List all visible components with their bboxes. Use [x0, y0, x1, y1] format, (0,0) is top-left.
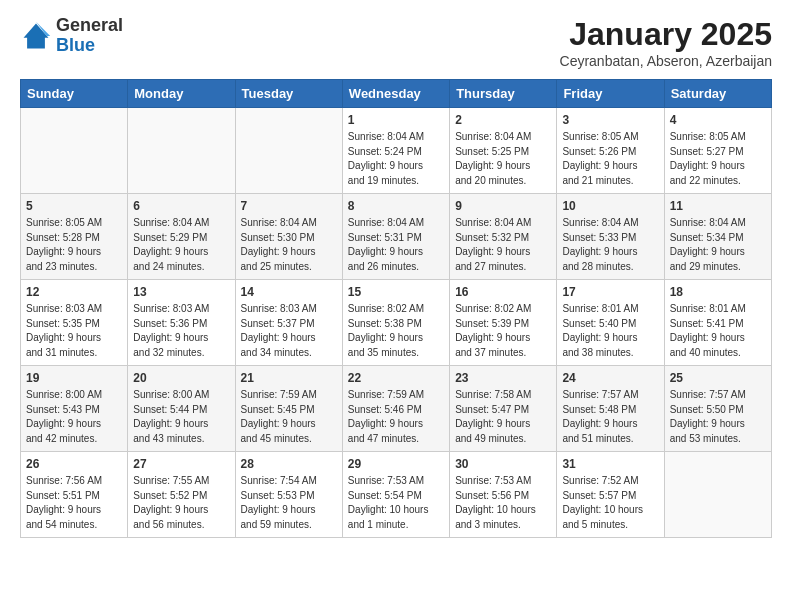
- logo: General Blue: [20, 16, 123, 56]
- day-number: 19: [26, 371, 122, 385]
- calendar-cell: 12Sunrise: 8:03 AM Sunset: 5:35 PM Dayli…: [21, 280, 128, 366]
- day-number: 21: [241, 371, 337, 385]
- calendar: SundayMondayTuesdayWednesdayThursdayFrid…: [20, 79, 772, 538]
- day-info: Sunrise: 8:04 AM Sunset: 5:24 PM Dayligh…: [348, 130, 444, 188]
- day-number: 28: [241, 457, 337, 471]
- day-number: 12: [26, 285, 122, 299]
- day-info: Sunrise: 8:01 AM Sunset: 5:40 PM Dayligh…: [562, 302, 658, 360]
- calendar-cell: 8Sunrise: 8:04 AM Sunset: 5:31 PM Daylig…: [342, 194, 449, 280]
- calendar-cell: 23Sunrise: 7:58 AM Sunset: 5:47 PM Dayli…: [450, 366, 557, 452]
- calendar-cell: 14Sunrise: 8:03 AM Sunset: 5:37 PM Dayli…: [235, 280, 342, 366]
- day-number: 1: [348, 113, 444, 127]
- calendar-cell: 10Sunrise: 8:04 AM Sunset: 5:33 PM Dayli…: [557, 194, 664, 280]
- location: Ceyranbatan, Abseron, Azerbaijan: [560, 53, 772, 69]
- calendar-cell: 7Sunrise: 8:04 AM Sunset: 5:30 PM Daylig…: [235, 194, 342, 280]
- weekday-row: SundayMondayTuesdayWednesdayThursdayFrid…: [21, 80, 772, 108]
- week-row-3: 12Sunrise: 8:03 AM Sunset: 5:35 PM Dayli…: [21, 280, 772, 366]
- day-info: Sunrise: 8:01 AM Sunset: 5:41 PM Dayligh…: [670, 302, 766, 360]
- day-info: Sunrise: 8:00 AM Sunset: 5:44 PM Dayligh…: [133, 388, 229, 446]
- day-number: 31: [562, 457, 658, 471]
- day-info: Sunrise: 7:58 AM Sunset: 5:47 PM Dayligh…: [455, 388, 551, 446]
- calendar-cell: 28Sunrise: 7:54 AM Sunset: 5:53 PM Dayli…: [235, 452, 342, 538]
- calendar-cell: 15Sunrise: 8:02 AM Sunset: 5:38 PM Dayli…: [342, 280, 449, 366]
- day-info: Sunrise: 7:55 AM Sunset: 5:52 PM Dayligh…: [133, 474, 229, 532]
- weekday-header-thursday: Thursday: [450, 80, 557, 108]
- day-number: 3: [562, 113, 658, 127]
- weekday-header-wednesday: Wednesday: [342, 80, 449, 108]
- calendar-cell: 5Sunrise: 8:05 AM Sunset: 5:28 PM Daylig…: [21, 194, 128, 280]
- day-number: 20: [133, 371, 229, 385]
- day-info: Sunrise: 8:03 AM Sunset: 5:37 PM Dayligh…: [241, 302, 337, 360]
- calendar-cell: 25Sunrise: 7:57 AM Sunset: 5:50 PM Dayli…: [664, 366, 771, 452]
- calendar-cell: 6Sunrise: 8:04 AM Sunset: 5:29 PM Daylig…: [128, 194, 235, 280]
- calendar-cell: 21Sunrise: 7:59 AM Sunset: 5:45 PM Dayli…: [235, 366, 342, 452]
- day-number: 30: [455, 457, 551, 471]
- day-info: Sunrise: 8:03 AM Sunset: 5:35 PM Dayligh…: [26, 302, 122, 360]
- calendar-cell: 3Sunrise: 8:05 AM Sunset: 5:26 PM Daylig…: [557, 108, 664, 194]
- day-info: Sunrise: 8:04 AM Sunset: 5:32 PM Dayligh…: [455, 216, 551, 274]
- calendar-cell: 1Sunrise: 8:04 AM Sunset: 5:24 PM Daylig…: [342, 108, 449, 194]
- day-number: 17: [562, 285, 658, 299]
- day-number: 22: [348, 371, 444, 385]
- day-number: 29: [348, 457, 444, 471]
- day-info: Sunrise: 7:57 AM Sunset: 5:50 PM Dayligh…: [670, 388, 766, 446]
- calendar-body: 1Sunrise: 8:04 AM Sunset: 5:24 PM Daylig…: [21, 108, 772, 538]
- day-info: Sunrise: 8:04 AM Sunset: 5:30 PM Dayligh…: [241, 216, 337, 274]
- day-info: Sunrise: 7:54 AM Sunset: 5:53 PM Dayligh…: [241, 474, 337, 532]
- calendar-cell: 17Sunrise: 8:01 AM Sunset: 5:40 PM Dayli…: [557, 280, 664, 366]
- calendar-cell: 20Sunrise: 8:00 AM Sunset: 5:44 PM Dayli…: [128, 366, 235, 452]
- day-info: Sunrise: 8:04 AM Sunset: 5:33 PM Dayligh…: [562, 216, 658, 274]
- calendar-cell: 24Sunrise: 7:57 AM Sunset: 5:48 PM Dayli…: [557, 366, 664, 452]
- weekday-header-tuesday: Tuesday: [235, 80, 342, 108]
- calendar-cell: 4Sunrise: 8:05 AM Sunset: 5:27 PM Daylig…: [664, 108, 771, 194]
- logo-blue: Blue: [56, 36, 123, 56]
- day-info: Sunrise: 8:02 AM Sunset: 5:38 PM Dayligh…: [348, 302, 444, 360]
- day-info: Sunrise: 8:02 AM Sunset: 5:39 PM Dayligh…: [455, 302, 551, 360]
- day-number: 18: [670, 285, 766, 299]
- calendar-cell: 11Sunrise: 8:04 AM Sunset: 5:34 PM Dayli…: [664, 194, 771, 280]
- day-number: 7: [241, 199, 337, 213]
- day-number: 4: [670, 113, 766, 127]
- day-number: 2: [455, 113, 551, 127]
- calendar-cell: [235, 108, 342, 194]
- day-info: Sunrise: 8:04 AM Sunset: 5:25 PM Dayligh…: [455, 130, 551, 188]
- day-info: Sunrise: 7:59 AM Sunset: 5:46 PM Dayligh…: [348, 388, 444, 446]
- day-info: Sunrise: 7:57 AM Sunset: 5:48 PM Dayligh…: [562, 388, 658, 446]
- day-number: 10: [562, 199, 658, 213]
- day-number: 6: [133, 199, 229, 213]
- calendar-cell: 19Sunrise: 8:00 AM Sunset: 5:43 PM Dayli…: [21, 366, 128, 452]
- calendar-cell: 13Sunrise: 8:03 AM Sunset: 5:36 PM Dayli…: [128, 280, 235, 366]
- calendar-cell: 26Sunrise: 7:56 AM Sunset: 5:51 PM Dayli…: [21, 452, 128, 538]
- day-number: 5: [26, 199, 122, 213]
- week-row-1: 1Sunrise: 8:04 AM Sunset: 5:24 PM Daylig…: [21, 108, 772, 194]
- day-number: 11: [670, 199, 766, 213]
- day-number: 24: [562, 371, 658, 385]
- title-block: January 2025 Ceyranbatan, Abseron, Azerb…: [560, 16, 772, 69]
- logo-text: General Blue: [56, 16, 123, 56]
- day-info: Sunrise: 8:04 AM Sunset: 5:34 PM Dayligh…: [670, 216, 766, 274]
- day-number: 13: [133, 285, 229, 299]
- calendar-cell: 2Sunrise: 8:04 AM Sunset: 5:25 PM Daylig…: [450, 108, 557, 194]
- day-number: 8: [348, 199, 444, 213]
- day-info: Sunrise: 8:05 AM Sunset: 5:28 PM Dayligh…: [26, 216, 122, 274]
- day-info: Sunrise: 8:05 AM Sunset: 5:26 PM Dayligh…: [562, 130, 658, 188]
- calendar-cell: 16Sunrise: 8:02 AM Sunset: 5:39 PM Dayli…: [450, 280, 557, 366]
- logo-general: General: [56, 16, 123, 36]
- weekday-header-sunday: Sunday: [21, 80, 128, 108]
- calendar-cell: 31Sunrise: 7:52 AM Sunset: 5:57 PM Dayli…: [557, 452, 664, 538]
- calendar-cell: 30Sunrise: 7:53 AM Sunset: 5:56 PM Dayli…: [450, 452, 557, 538]
- weekday-header-saturday: Saturday: [664, 80, 771, 108]
- calendar-cell: 27Sunrise: 7:55 AM Sunset: 5:52 PM Dayli…: [128, 452, 235, 538]
- day-number: 26: [26, 457, 122, 471]
- day-info: Sunrise: 7:53 AM Sunset: 5:56 PM Dayligh…: [455, 474, 551, 532]
- logo-icon: [20, 20, 52, 52]
- day-info: Sunrise: 7:56 AM Sunset: 5:51 PM Dayligh…: [26, 474, 122, 532]
- day-info: Sunrise: 8:03 AM Sunset: 5:36 PM Dayligh…: [133, 302, 229, 360]
- month-title: January 2025: [560, 16, 772, 53]
- day-number: 23: [455, 371, 551, 385]
- day-info: Sunrise: 7:59 AM Sunset: 5:45 PM Dayligh…: [241, 388, 337, 446]
- calendar-cell: [128, 108, 235, 194]
- day-info: Sunrise: 8:04 AM Sunset: 5:31 PM Dayligh…: [348, 216, 444, 274]
- day-number: 9: [455, 199, 551, 213]
- day-number: 27: [133, 457, 229, 471]
